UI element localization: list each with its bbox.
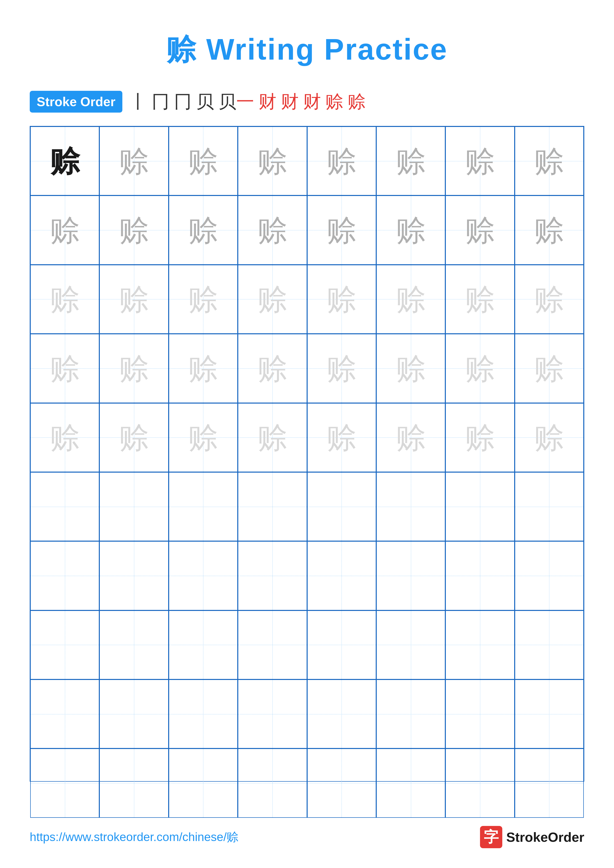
page: 赊 Writing Practice Stroke Order 丨 冂 冂 贝 … bbox=[0, 0, 614, 868]
grid-cell-r10c3[interactable] bbox=[169, 749, 238, 817]
grid-cell-r6c4[interactable] bbox=[238, 472, 307, 541]
grid-cell-r6c8[interactable] bbox=[515, 472, 584, 541]
grid-cell-r5c5[interactable]: 赊 bbox=[307, 403, 376, 472]
grid-cell-r9c8[interactable] bbox=[515, 679, 584, 749]
grid-cell-r2c5[interactable]: 赊 bbox=[307, 195, 376, 265]
logo-icon: 字 bbox=[480, 826, 502, 848]
grid-cell-r4c7[interactable]: 赊 bbox=[445, 334, 515, 403]
grid-cell-r7c6[interactable] bbox=[376, 541, 445, 610]
grid-cell-r2c7[interactable]: 赊 bbox=[445, 195, 515, 265]
grid-cell-r9c5[interactable] bbox=[307, 679, 376, 749]
grid-cell-r4c6[interactable]: 赊 bbox=[376, 334, 445, 403]
grid-cell-r1c1[interactable]: 赊 bbox=[30, 126, 99, 195]
grid-cell-r5c2[interactable]: 赊 bbox=[99, 403, 168, 472]
grid-cell-r4c4[interactable]: 赊 bbox=[238, 334, 307, 403]
grid-cell-r7c4[interactable] bbox=[238, 541, 307, 610]
char-r5c3: 赊 bbox=[188, 423, 218, 452]
grid-cell-r8c4[interactable] bbox=[238, 611, 307, 679]
grid-cell-r4c3[interactable]: 赊 bbox=[169, 334, 238, 403]
grid-cell-r5c8[interactable]: 赊 bbox=[515, 403, 584, 472]
grid-cell-r9c2[interactable] bbox=[99, 679, 168, 749]
char-r5c4: 赊 bbox=[258, 423, 287, 452]
grid-cell-r10c8[interactable] bbox=[515, 749, 584, 817]
grid-cell-r2c2[interactable]: 赊 bbox=[99, 195, 168, 265]
grid-cell-r5c7[interactable]: 赊 bbox=[445, 403, 515, 472]
grid-cell-r5c4[interactable]: 赊 bbox=[238, 403, 307, 472]
grid-cell-r2c3[interactable]: 赊 bbox=[169, 195, 238, 265]
stroke-6: 财 bbox=[259, 90, 277, 113]
grid-cell-r3c7[interactable]: 赊 bbox=[445, 265, 515, 334]
grid-cell-r7c7[interactable] bbox=[445, 541, 515, 610]
grid-cell-r6c3[interactable] bbox=[169, 472, 238, 541]
grid-cell-r10c4[interactable] bbox=[238, 749, 307, 817]
grid-cell-r4c5[interactable]: 赊 bbox=[307, 334, 376, 403]
grid-cell-r1c5[interactable]: 赊 bbox=[307, 126, 376, 195]
grid-cell-r4c2[interactable]: 赊 bbox=[99, 334, 168, 403]
grid-cell-r1c4[interactable]: 赊 bbox=[238, 126, 307, 195]
grid-cell-r8c3[interactable] bbox=[169, 611, 238, 679]
grid-cell-r8c5[interactable] bbox=[307, 611, 376, 679]
grid-cell-r9c3[interactable] bbox=[169, 679, 238, 749]
grid-cell-r1c6[interactable]: 赊 bbox=[376, 126, 445, 195]
grid-cell-r9c7[interactable] bbox=[445, 679, 515, 749]
stroke-7: 财 bbox=[281, 90, 299, 113]
grid-cell-r5c3[interactable]: 赊 bbox=[169, 403, 238, 472]
char-r4c3: 赊 bbox=[188, 353, 218, 383]
grid-cell-r8c7[interactable] bbox=[445, 611, 515, 679]
grid-cell-r7c2[interactable] bbox=[99, 541, 168, 610]
char-r2c5: 赊 bbox=[327, 215, 356, 245]
char-r2c2: 赊 bbox=[119, 215, 149, 245]
char-r3c1: 赊 bbox=[50, 284, 80, 314]
grid-cell-r7c8[interactable] bbox=[515, 541, 584, 610]
grid-cell-r8c6[interactable] bbox=[376, 611, 445, 679]
grid-cell-r3c3[interactable]: 赊 bbox=[169, 265, 238, 334]
grid-cell-r6c2[interactable] bbox=[99, 472, 168, 541]
grid-cell-r10c2[interactable] bbox=[99, 749, 168, 817]
grid-cell-r10c1[interactable] bbox=[30, 749, 99, 817]
grid-cell-r5c1[interactable]: 赊 bbox=[30, 403, 99, 472]
grid-cell-r2c8[interactable]: 赊 bbox=[515, 195, 584, 265]
char-r4c7: 赊 bbox=[465, 353, 495, 383]
grid-cell-r7c5[interactable] bbox=[307, 541, 376, 610]
practice-grid: 赊 赊 赊 赊 赊 赊 赊 赊 赊 赊 赊 赊 赊 赊 赊 赊 赊 赊 赊 赊 … bbox=[30, 126, 584, 782]
grid-cell-r1c2[interactable]: 赊 bbox=[99, 126, 168, 195]
stroke-5: 贝一 bbox=[218, 90, 254, 113]
grid-cell-r2c1[interactable]: 赊 bbox=[30, 195, 99, 265]
grid-cell-r7c3[interactable] bbox=[169, 541, 238, 610]
grid-cell-r4c1[interactable]: 赊 bbox=[30, 334, 99, 403]
grid-cell-r6c5[interactable] bbox=[307, 472, 376, 541]
char-r3c2: 赊 bbox=[119, 284, 149, 314]
grid-cell-r3c2[interactable]: 赊 bbox=[99, 265, 168, 334]
stroke-4: 贝 bbox=[196, 90, 214, 113]
grid-cell-r8c2[interactable] bbox=[99, 611, 168, 679]
grid-cell-r6c1[interactable] bbox=[30, 472, 99, 541]
grid-cell-r1c7[interactable]: 赊 bbox=[445, 126, 515, 195]
grid-cell-r9c4[interactable] bbox=[238, 679, 307, 749]
char-r3c6: 赊 bbox=[396, 284, 426, 314]
grid-cell-r10c7[interactable] bbox=[445, 749, 515, 817]
char-r1c3: 赊 bbox=[188, 146, 218, 176]
grid-cell-r3c6[interactable]: 赊 bbox=[376, 265, 445, 334]
grid-cell-r3c8[interactable]: 赊 bbox=[515, 265, 584, 334]
grid-cell-r2c4[interactable]: 赊 bbox=[238, 195, 307, 265]
grid-cell-r6c6[interactable] bbox=[376, 472, 445, 541]
grid-cell-r10c6[interactable] bbox=[376, 749, 445, 817]
grid-cell-r5c6[interactable]: 赊 bbox=[376, 403, 445, 472]
grid-cell-r9c6[interactable] bbox=[376, 679, 445, 749]
grid-cell-r8c8[interactable] bbox=[515, 611, 584, 679]
grid-cell-r10c5[interactable] bbox=[307, 749, 376, 817]
grid-cell-r3c1[interactable]: 赊 bbox=[30, 265, 99, 334]
grid-cell-r9c1[interactable] bbox=[30, 679, 99, 749]
grid-cell-r8c1[interactable] bbox=[30, 611, 99, 679]
grid-cell-r3c4[interactable]: 赊 bbox=[238, 265, 307, 334]
grid-cell-r3c5[interactable]: 赊 bbox=[307, 265, 376, 334]
grid-cell-r2c6[interactable]: 赊 bbox=[376, 195, 445, 265]
grid-cell-r7c1[interactable] bbox=[30, 541, 99, 610]
stroke-10: 赊 bbox=[348, 90, 365, 113]
grid-cell-r1c3[interactable]: 赊 bbox=[169, 126, 238, 195]
grid-cell-r1c8[interactable]: 赊 bbox=[515, 126, 584, 195]
char-r1c6: 赊 bbox=[396, 146, 426, 176]
grid-cell-r4c8[interactable]: 赊 bbox=[515, 334, 584, 403]
grid-cell-r6c7[interactable] bbox=[445, 472, 515, 541]
char-r4c6: 赊 bbox=[396, 353, 426, 383]
